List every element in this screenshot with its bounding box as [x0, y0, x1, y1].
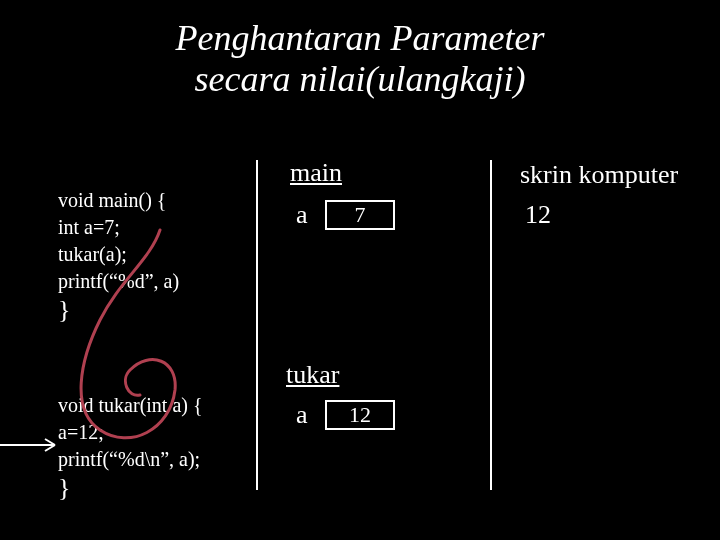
var-box-tukar-a: 12 — [325, 400, 395, 430]
section-label-tukar: tukar — [286, 360, 339, 390]
var-label-main-a: a — [296, 200, 308, 230]
slide-title: Penghantaran Parameter secara nilai(ulan… — [0, 18, 720, 101]
var-label-tukar-a: a — [296, 400, 308, 430]
handdrawn-arrow-icon — [0, 200, 230, 480]
section-label-screen: skrin komputer — [520, 160, 678, 190]
divider-right — [490, 160, 492, 490]
divider-left — [256, 160, 258, 490]
title-line2: secara nilai(ulangkaji) — [195, 59, 526, 99]
output-value: 12 — [525, 200, 551, 230]
title-line1: Penghantaran Parameter — [176, 18, 545, 58]
var-box-main-a: 7 — [325, 200, 395, 230]
section-label-main: main — [290, 158, 342, 188]
